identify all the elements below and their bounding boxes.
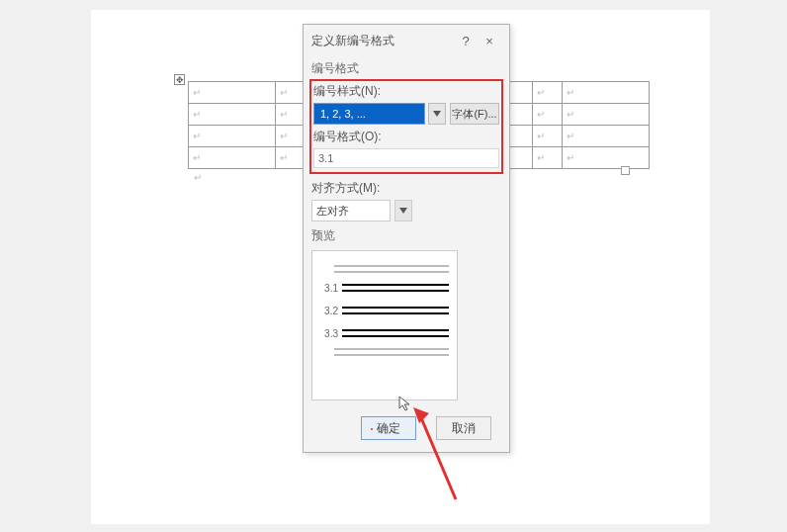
cancel-button[interactable]: 取消 (436, 416, 491, 440)
number-format-input[interactable] (313, 148, 499, 168)
number-style-select[interactable]: 1, 2, 3, ... (313, 103, 425, 125)
label-number-format: 编号格式(O): (313, 129, 499, 145)
paragraph-mark-icon: ↵ (537, 152, 545, 163)
paragraph-mark-icon: ↵ (567, 87, 574, 98)
table-cell[interactable]: ↵ (276, 104, 306, 126)
preview-panel: 3.1 3.2 3.3 (311, 250, 458, 400)
table-cell[interactable]: ↵ (563, 104, 650, 126)
paragraph-mark-icon: ↵ (193, 109, 201, 120)
preview-number: 3.1 (320, 283, 342, 294)
table-anchor-icon[interactable]: ✥ (174, 74, 185, 85)
table-cell[interactable]: ↵ (533, 147, 563, 169)
number-style-value: 1, 2, 3, ... (320, 108, 366, 120)
ok-label: 确定 (377, 421, 400, 435)
paragraph-mark-icon: ↵ (194, 172, 202, 183)
table-cell[interactable]: ↵ (563, 82, 650, 104)
table-cell[interactable]: ↵ (533, 82, 563, 104)
annotation-highlight: 编号样式(N): 1, 2, 3, ... 字体(F)... 编号格式(O): (309, 79, 503, 174)
table-cell[interactable]: ↵ (276, 147, 306, 169)
table-cell[interactable]: ↵ (276, 82, 306, 104)
label-alignment: 对齐方式(M): (311, 180, 501, 197)
section-number-format: 编号格式 (304, 56, 509, 79)
paragraph-mark-icon: ↵ (537, 131, 545, 141)
table-cell[interactable]: ↵ (563, 147, 650, 169)
table-cell[interactable]: ↵ (189, 126, 276, 147)
font-button[interactable]: 字体(F)... (450, 103, 499, 125)
table-cell[interactable]: ↵ (189, 104, 276, 126)
help-icon[interactable]: ? (454, 34, 478, 48)
paragraph-mark-icon: ↵ (280, 131, 288, 141)
section-preview: 预览 (304, 223, 509, 246)
table-cell[interactable]: ↵ (563, 126, 650, 147)
paragraph-mark-icon: ↵ (280, 109, 288, 120)
paragraph-mark-icon: ↵ (537, 109, 545, 120)
ok-button[interactable]: 确定 (361, 416, 416, 440)
table-cell[interactable]: ↵ (276, 126, 306, 147)
annotation-dot-icon (371, 428, 373, 430)
table-resize-handle-icon[interactable] (621, 166, 630, 175)
preview-number: 3.3 (320, 328, 342, 339)
paragraph-mark-icon: ↵ (280, 152, 288, 163)
table-cell[interactable]: ↵ (533, 126, 563, 147)
table-cell[interactable]: ↵ (189, 147, 276, 169)
paragraph-mark-icon: ↵ (567, 152, 574, 163)
paragraph-mark-icon: ↵ (193, 152, 201, 163)
paragraph-mark-icon: ↵ (537, 87, 545, 98)
dialog-title: 定义新编号格式 (311, 33, 454, 49)
paragraph-mark-icon: ↵ (280, 87, 288, 98)
paragraph-mark-icon: ↵ (193, 131, 201, 141)
table-cell[interactable]: ↵ (189, 82, 276, 104)
paragraph-mark-icon: ↵ (567, 109, 574, 120)
preview-number: 3.2 (320, 306, 342, 316)
table-cell[interactable]: ↵ (533, 104, 563, 126)
alignment-select[interactable]: 左对齐 (311, 200, 391, 222)
dialog-titlebar[interactable]: 定义新编号格式 ? × (304, 25, 509, 56)
dropdown-icon[interactable] (428, 103, 446, 125)
alignment-value: 左对齐 (316, 204, 349, 219)
paragraph-mark-icon: ↵ (567, 131, 574, 141)
dropdown-icon[interactable] (394, 200, 412, 222)
define-number-format-dialog: 定义新编号格式 ? × 编号格式 编号样式(N): 1, 2, 3, ... 字… (303, 24, 510, 453)
close-icon[interactable]: × (478, 34, 501, 48)
paragraph-mark-icon: ↵ (193, 87, 201, 98)
label-number-style: 编号样式(N): (313, 83, 499, 100)
